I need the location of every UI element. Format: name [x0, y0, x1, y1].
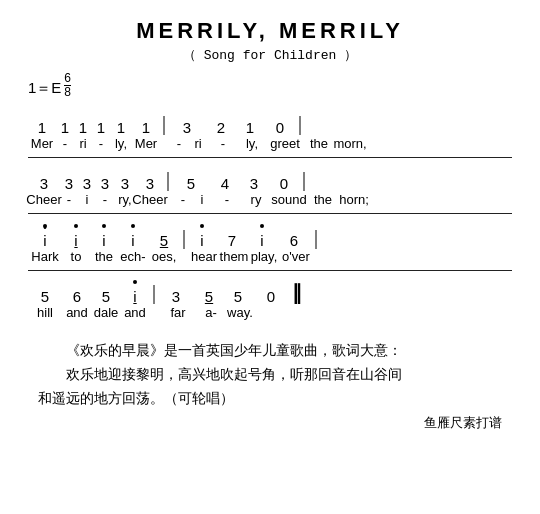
lyric: i	[78, 192, 96, 207]
note: i	[120, 288, 150, 305]
note: 3	[168, 119, 206, 136]
lyric: them	[218, 249, 250, 264]
lyric: and	[120, 305, 150, 320]
lyric: the	[308, 192, 338, 207]
barline: ‖	[290, 279, 304, 305]
lyric: i	[192, 192, 212, 207]
staff-row-1: 1 1 1 1 1 1 | 3 2 1 0 | Mer - ri - ly, M…	[28, 106, 512, 158]
note: 5	[224, 288, 252, 305]
key-signature: 1＝E 6 8	[28, 72, 512, 98]
note: 5	[194, 288, 224, 305]
note: 1	[110, 119, 132, 136]
lyric: ly,	[238, 136, 266, 151]
lyric: morn,	[334, 136, 366, 151]
lyric: Hark	[28, 249, 62, 264]
note: 6	[276, 232, 312, 249]
time-denominator: 8	[64, 86, 71, 98]
note: 0	[268, 175, 300, 192]
lyric: -	[212, 192, 242, 207]
notes-line-4: 5 6 5 i | 3 5 5 0 ‖	[28, 275, 512, 305]
note: 3	[158, 288, 194, 305]
notes-line-3: i i i i 5 |	[28, 218, 512, 249]
lyrics-line-2: Cheer - i - ry, Cheer - i - ry sound the…	[28, 192, 512, 214]
lyric: a-	[196, 305, 226, 320]
lyric: o'ver	[278, 249, 314, 264]
barline: |	[312, 226, 320, 249]
key-text: 1＝E	[28, 79, 61, 98]
lyric: -	[92, 136, 110, 151]
lyric: -	[170, 136, 188, 151]
note: 4	[210, 175, 240, 192]
note: i	[188, 232, 216, 249]
lyric: ri	[188, 136, 208, 151]
note: 7	[216, 232, 248, 249]
lyric: Mer	[132, 136, 160, 151]
lyric: play,	[250, 249, 278, 264]
note: 1	[74, 119, 92, 136]
staff-row-3: i i i i 5 |	[28, 218, 512, 271]
lyrics-line-3: Hark to the ech- oes, hear them play, o'…	[28, 249, 512, 271]
lyric: -	[60, 192, 78, 207]
lyric: -	[208, 136, 238, 151]
lyrics-line-1: Mer - ri - ly, Mer - ri - ly, greet the …	[28, 136, 512, 158]
note: 1	[56, 119, 74, 136]
song-subtitle: （ Song for Children ）	[28, 46, 512, 64]
song-title: MERRILY, MERRILY	[28, 18, 512, 44]
lyric: ry	[242, 192, 270, 207]
chinese-text-line1: 《欢乐的早晨》是一首英国少年儿童歌曲，歌词大意：	[38, 339, 502, 363]
note: i	[248, 232, 276, 249]
lyric: -	[96, 192, 114, 207]
notes-line-2: 3 3 3 3 3 3 | 5 4 3 0 |	[28, 162, 512, 192]
barline: |	[160, 110, 168, 136]
lyric: greet	[266, 136, 304, 151]
note: 1	[92, 119, 110, 136]
note: 0	[252, 288, 290, 305]
lyric: far	[160, 305, 196, 320]
lyric: hear	[190, 249, 218, 264]
note: i	[90, 232, 118, 249]
barline: |	[296, 110, 304, 136]
note: i	[118, 232, 148, 249]
note: 6	[62, 288, 92, 305]
note: 5	[28, 288, 62, 305]
note: 1	[28, 119, 56, 136]
note: 3	[96, 175, 114, 192]
lyric: Cheer	[28, 192, 60, 207]
chinese-text-line2: 欢乐地迎接黎明，高兴地吹起号角，听那回音在山谷间	[38, 363, 502, 387]
page: MERRILY, MERRILY （ Song for Children ） 1…	[0, 0, 540, 514]
note: 3	[114, 175, 136, 192]
lyric: and	[62, 305, 92, 320]
lyric: way.	[226, 305, 254, 320]
notes-line-1: 1 1 1 1 1 1 | 3 2 1 0 |	[28, 106, 512, 136]
lyric: hill	[28, 305, 62, 320]
note: 3	[136, 175, 164, 192]
barline: |	[300, 166, 308, 192]
lyric: to	[62, 249, 90, 264]
note: 1	[236, 119, 264, 136]
lyric: Mer	[28, 136, 56, 151]
time-signature: 6 8	[64, 72, 71, 98]
lyric: ri	[74, 136, 92, 151]
note: 3	[78, 175, 96, 192]
lyric: the	[304, 136, 334, 151]
lyric: Cheer	[136, 192, 164, 207]
lyric: dale	[92, 305, 120, 320]
note: 3	[240, 175, 268, 192]
lyric: ech-	[118, 249, 148, 264]
note: 5	[148, 232, 180, 249]
note: 0	[264, 119, 296, 136]
barline: |	[180, 226, 188, 249]
credit: 鱼雁尺素打谱	[28, 414, 512, 432]
lyric: -	[56, 136, 74, 151]
note: 1	[132, 119, 160, 136]
lyric: ly,	[110, 136, 132, 151]
staff-row-4: 5 6 5 i | 3 5 5 0 ‖ hill and dale and fa…	[28, 275, 512, 327]
note: 3	[28, 175, 60, 192]
lyric: the	[90, 249, 118, 264]
chinese-text-line3: 和遥远的地方回荡。（可轮唱）	[38, 387, 502, 411]
note: i	[28, 232, 62, 249]
barline: |	[150, 279, 158, 305]
lyric: -	[174, 192, 192, 207]
lyrics-line-4: hill and dale and far a- way.	[28, 305, 512, 327]
note: 5	[172, 175, 210, 192]
